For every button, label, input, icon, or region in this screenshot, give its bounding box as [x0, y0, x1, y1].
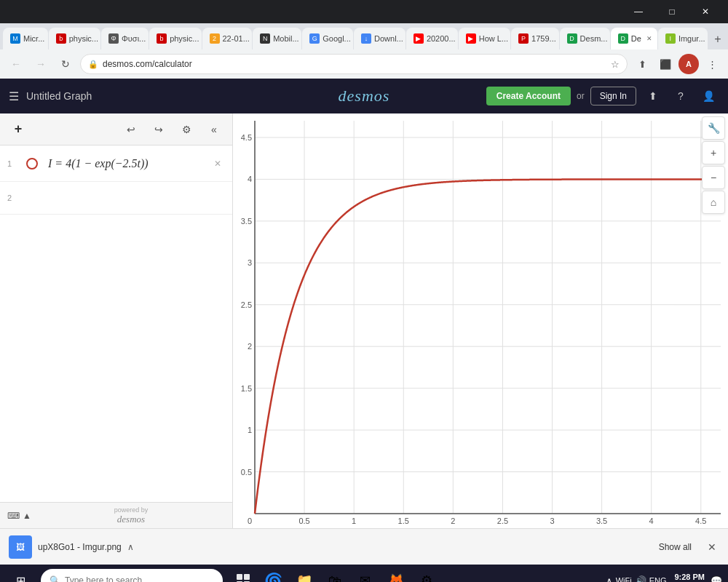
formula-text-1: I = 4(1 − exp(−2.5t)): [48, 157, 149, 170]
taskbar-app-firefox[interactable]: 🦊: [381, 566, 411, 582]
account-icon[interactable]: 👤: [697, 85, 719, 107]
tab-favicon-download: ↓: [361, 33, 371, 44]
new-tab-button[interactable]: +: [708, 29, 728, 49]
tab-label-how: How L...: [479, 34, 508, 43]
tab-22[interactable]: 2 22-01...: [202, 28, 253, 49]
tab-close-desmos[interactable]: ✕: [644, 33, 654, 44]
hamburger-menu[interactable]: ☰: [9, 89, 19, 103]
tab-20200[interactable]: ▶ 20200...: [406, 28, 458, 49]
tab-greek[interactable]: Φ Φυσι...: [101, 28, 149, 49]
tab-desmos-active[interactable]: D De ✕: [611, 28, 657, 49]
bookmark-icon[interactable]: ☆: [611, 59, 620, 70]
expression-formula-1: I = 4(1 − exp(−2.5t)): [42, 157, 210, 170]
tab-download[interactable]: ↓ Downl...: [354, 28, 405, 49]
start-button[interactable]: ⊞: [6, 566, 35, 582]
download-chevron[interactable]: ∧: [127, 542, 134, 552]
home-button[interactable]: ⌂: [702, 191, 725, 214]
tab-label-22: 22-01...: [223, 34, 250, 43]
sign-in-button[interactable]: Sign In: [590, 87, 636, 105]
notification-icon[interactable]: 💬: [711, 575, 722, 583]
back-button[interactable]: ←: [6, 54, 26, 74]
profile-icon[interactable]: A: [678, 54, 699, 74]
title-bar: — □ ✕: [0, 0, 728, 23]
tab-label-desmos-active: De: [631, 34, 641, 43]
keyboard-icon: ⌨: [7, 511, 20, 521]
create-account-button[interactable]: Create Account: [486, 87, 571, 105]
desmos-logo: desmos: [339, 87, 390, 105]
taskbar-app-store[interactable]: 🛍: [320, 566, 349, 582]
tray-volume-icon[interactable]: 🔊: [635, 575, 646, 583]
desmos-header: ☰ Untitled Graph desmos Create Account o…: [0, 79, 728, 113]
omnibox-url: desmos.com/calculator: [103, 59, 606, 69]
omnibox[interactable]: 🔒 desmos.com/calculator ☆: [80, 54, 628, 74]
svg-rect-0: [237, 574, 242, 580]
reload-button[interactable]: ↻: [55, 54, 76, 74]
taskbar-app-taskview[interactable]: [229, 566, 258, 582]
share-button[interactable]: ⬆: [642, 85, 664, 107]
share-icon[interactable]: ⬆: [632, 54, 652, 74]
zoom-in-button[interactable]: +: [702, 141, 725, 164]
expression-color-indicator-1[interactable]: [22, 154, 42, 174]
tray-up-arrow[interactable]: ∧: [606, 575, 613, 583]
expression-close-1[interactable]: ✕: [210, 156, 225, 171]
taskbar-app-settings2[interactable]: ⚙: [412, 566, 441, 582]
expression-number-2: 2: [7, 194, 22, 202]
tab-google[interactable]: G Googl...: [302, 28, 353, 49]
download-file-icon: 🖼: [9, 535, 32, 559]
tab-favicon-google: G: [309, 33, 320, 44]
expression-item-2[interactable]: 2: [0, 182, 232, 215]
tray-eng[interactable]: ENG: [649, 576, 667, 582]
tab-how[interactable]: ▶ How L...: [459, 28, 510, 49]
tab-desmos1[interactable]: D Desm...: [560, 28, 610, 49]
sidebar-settings-button[interactable]: ⚙: [175, 119, 197, 140]
powered-by-text: powered by: [37, 506, 225, 514]
omnibar-row: ← → ↻ 🔒 desmos.com/calculator ☆ ⬆ ⬛ A ⋮: [0, 49, 728, 79]
tab-physic2[interactable]: b physic...: [149, 28, 201, 49]
header-or: or: [577, 91, 585, 101]
graph-title[interactable]: Untitled Graph: [26, 90, 479, 102]
tab-physic1[interactable]: b physic...: [49, 28, 100, 49]
close-button[interactable]: ✕: [689, 0, 722, 23]
zoom-out-button[interactable]: −: [702, 166, 725, 189]
keyboard-toggle: ⌨ ▲ powered by desmos: [0, 502, 232, 528]
extensions-icon[interactable]: ⬛: [655, 54, 676, 74]
tab-favicon-physic2: b: [157, 33, 167, 44]
add-expression-button[interactable]: +: [7, 119, 29, 140]
expression-item-1[interactable]: 1 I = 4(1 − exp(−2.5t)) ✕: [0, 146, 232, 182]
tab-mobil[interactable]: N Mobil...: [253, 28, 301, 49]
graph-tools: 🔧 + − ⌂: [702, 116, 725, 214]
maximize-button[interactable]: □: [655, 0, 689, 23]
app-area: ☰ Untitled Graph desmos Create Account o…: [0, 79, 728, 528]
redo-button[interactable]: ↪: [148, 119, 170, 140]
help-button[interactable]: ?: [670, 85, 692, 107]
show-all-button[interactable]: Show all: [653, 539, 697, 555]
taskbar-search[interactable]: 🔍: [41, 569, 223, 582]
settings-icon[interactable]: ⋮: [702, 54, 722, 74]
tray-wifi-icon[interactable]: WiFi: [616, 576, 632, 582]
search-input[interactable]: [65, 575, 214, 582]
undo-button[interactable]: ↩: [120, 119, 142, 140]
graph-area[interactable]: 🔧 + − ⌂: [233, 113, 728, 528]
toolbar-icons: ⬆ ⬛ A ⋮: [632, 54, 722, 74]
tab-favicon-desmos1: D: [567, 33, 577, 44]
tab-microsoft[interactable]: M Micr...: [3, 28, 48, 49]
minimize-button[interactable]: —: [622, 0, 655, 23]
taskbar: ⊞ 🔍 🌀 📁 🛍 ✉ 🦊 ⚙ ∧ WiFi 🔊 ENG 9:28 PM 6/1…: [0, 565, 728, 582]
tab-favicon-20200: ▶: [414, 33, 424, 44]
taskbar-app-explorer[interactable]: 📁: [290, 566, 319, 582]
download-bar-close[interactable]: ✕: [705, 538, 719, 556]
tab-imgur[interactable]: I Imgur...: [658, 28, 708, 49]
keyboard-button[interactable]: ⌨ ▲: [7, 511, 31, 521]
tab-label-google: Googl...: [323, 34, 351, 43]
collapse-sidebar-button[interactable]: «: [203, 119, 225, 140]
taskbar-clock[interactable]: 9:28 PM 6/11/2020: [673, 573, 705, 583]
tab-1759[interactable]: P 1759...: [511, 28, 558, 49]
wrench-button[interactable]: 🔧: [702, 116, 725, 140]
download-bar: 🖼 upX8Go1 - Imgur.png ∧ Show all ✕: [0, 528, 728, 565]
taskbar-app-edge[interactable]: 🌀: [259, 566, 288, 582]
sidebar: + ↩ ↪ ⚙ « 1 I = 4(1 − exp(−2.5t)): [0, 113, 233, 528]
tab-label-imgur: Imgur...: [678, 34, 705, 43]
tab-bar: M Micr... b physic... Φ Φυσι... b physic…: [0, 23, 728, 49]
forward-button[interactable]: →: [31, 54, 51, 74]
taskbar-app-mail[interactable]: ✉: [351, 566, 380, 582]
